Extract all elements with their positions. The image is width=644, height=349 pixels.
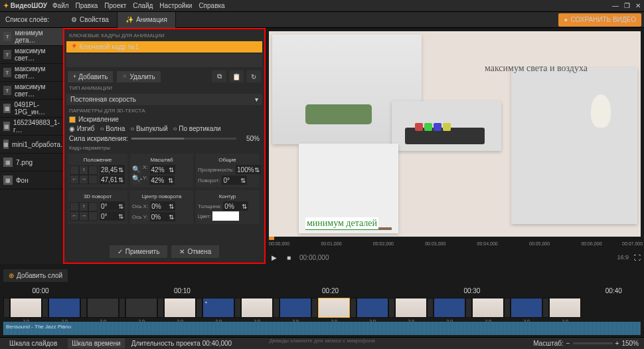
stop-button[interactable]: ■	[283, 252, 294, 263]
preview-canvas[interactable]: максимум света и воздуха минимум деталей	[269, 31, 641, 237]
pos-x-input[interactable]: 28,45⇅	[100, 165, 125, 174]
rot3d-x-input[interactable]: 0°⇅	[100, 201, 125, 211]
cancel-button[interactable]: ✕ Отмена	[171, 245, 219, 258]
slide-thumbnail[interactable]: 2.0	[395, 298, 427, 318]
transition[interactable]	[427, 298, 434, 318]
pos-y-input[interactable]: 47,61⇅	[100, 175, 125, 184]
image-icon: ▦	[3, 104, 11, 113]
layer-item[interactable]: Tмаксимум свет…	[0, 64, 63, 82]
layer-item[interactable]: ▦Фон	[0, 172, 63, 189]
tab-animation[interactable]: ✨Анимация	[118, 12, 176, 28]
rotation-input[interactable]: 0°⇅	[222, 175, 247, 185]
layer-item[interactable]: ▦7.png	[0, 154, 63, 172]
transition[interactable]	[350, 298, 357, 318]
layer-item[interactable]: ▦0491PL-1PG_ин…	[0, 100, 63, 118]
timeline-ruler[interactable]: 00:00 00:10 00:20 00:30 00:40	[0, 287, 644, 295]
zoom-in-icon[interactable]: 🔍+	[132, 166, 141, 175]
slide-thumbnail[interactable]: ✦2.0	[202, 298, 234, 318]
transition[interactable]	[388, 298, 395, 318]
menu-help[interactable]: Справка	[199, 2, 224, 9]
layer-item[interactable]: Tмаксимум свет…	[0, 82, 63, 100]
layer-item[interactable]: Tминимум дета…	[0, 28, 63, 46]
slide-thumbnail[interactable]: 2.0	[511, 298, 542, 318]
add-keyframe-button[interactable]: + Добавить	[68, 71, 113, 82]
thickness-input[interactable]: 0%⇅	[223, 201, 248, 211]
transition[interactable]	[42, 298, 48, 318]
opacity-input[interactable]: 100%⇅	[236, 165, 261, 174]
position-arrows[interactable]: ↑ ←→	[70, 166, 98, 184]
radio-vertical[interactable]: ○ По вертикали	[173, 125, 220, 132]
transition[interactable]	[504, 298, 511, 318]
audio-track[interactable]: Bensound - The Jazz Piano	[3, 322, 641, 335]
slide-thumbnail[interactable]: 2.0	[241, 298, 273, 318]
slide-thumbnail[interactable]: 2.0	[48, 298, 80, 318]
tab-properties[interactable]: ⚙Свойства	[63, 12, 118, 28]
transition[interactable]	[542, 298, 549, 318]
transition[interactable]	[465, 298, 472, 318]
slide-thumbnail[interactable]: 2.0	[318, 298, 350, 318]
paste-icon[interactable]: 📋	[229, 70, 244, 82]
radio-bend[interactable]: ◉ Изгиб	[69, 125, 95, 132]
animtype-dropdown[interactable]: Постоянная скорость▾	[66, 94, 262, 105]
maximize-icon[interactable]: ❐	[624, 2, 630, 9]
pivot-y-input[interactable]: 0%⇅	[150, 212, 175, 221]
rot3d-arrows[interactable]: ↑ ←→	[70, 202, 98, 221]
preview-ruler[interactable]: 00:00,000 00:01,000 00:02,000 00:03,000 …	[269, 240, 641, 250]
menu-slide[interactable]: Слайд	[133, 2, 153, 9]
delete-keyframe-button[interactable]: ✕ Удалить	[117, 71, 160, 82]
slide-thumbnail[interactable]: 2.0	[87, 298, 119, 318]
refresh-icon[interactable]: ↻	[246, 70, 261, 82]
play-button[interactable]: ▶	[269, 252, 280, 263]
zoom-slider[interactable]	[573, 342, 613, 344]
transition[interactable]	[234, 298, 241, 318]
transition[interactable]	[80, 298, 87, 318]
apply-button[interactable]: ✓ Применить	[110, 245, 168, 258]
minimize-icon[interactable]: —	[612, 2, 619, 9]
save-video-button[interactable]: ●СОХРАНИТЬ ВИДЕО	[558, 13, 641, 27]
transition[interactable]	[196, 298, 202, 318]
slide-thumbnail[interactable]: 2.0	[164, 298, 196, 318]
transition[interactable]	[3, 298, 10, 318]
rot3d-y-input[interactable]: 0°⇅	[100, 211, 125, 221]
scale-x-input[interactable]: 42%⇅	[150, 165, 175, 174]
menu-edit[interactable]: Правка	[76, 2, 98, 9]
zoom-out-icon[interactable]: 🔍-	[132, 175, 141, 184]
pivot-x-input[interactable]: 0%⇅	[150, 201, 175, 211]
aspect-ratio[interactable]: 16:9	[617, 254, 629, 261]
timeline-scale-tab[interactable]: Шкала времени	[68, 338, 124, 348]
keyframe-selected[interactable]: 📍 Ключевой кадр №1	[66, 41, 262, 53]
thumbnail-track[interactable]: 2.02.02.02.02.0✦2.02.02.02.02.02.02.02.0…	[0, 295, 644, 320]
slide-thumbnail[interactable]: 2.0	[125, 298, 157, 318]
menu-settings[interactable]: Настройки	[159, 2, 192, 9]
curvature-checkbox[interactable]	[69, 116, 76, 123]
transition[interactable]	[273, 298, 280, 318]
color-swatch[interactable]	[212, 211, 239, 221]
layer-item[interactable]: ▦mini1_обработа…	[0, 136, 63, 154]
slide-thumbnail[interactable]: 2.0	[472, 298, 504, 318]
fullscreen-icon[interactable]: ⛶	[634, 254, 641, 261]
radio-convex[interactable]: ○ Выпуклый	[130, 125, 167, 132]
slide-thumbnail[interactable]: 2.0	[280, 298, 311, 318]
menu-file[interactable]: Файл	[52, 2, 69, 9]
slides-scale-tab[interactable]: Шкала слайдов	[5, 338, 61, 348]
slide-thumbnail[interactable]: 2.0	[549, 298, 581, 318]
layer-item[interactable]: ▦1652349883_1-г…	[0, 118, 63, 136]
keyframe-track[interactable]	[66, 54, 262, 67]
add-layer-button[interactable]: ⊕ Добавить слой	[3, 269, 68, 282]
layer-item[interactable]: Tмаксимум свет…	[0, 46, 63, 64]
slide-thumbnail[interactable]: 2.0	[10, 298, 42, 318]
zoom-out-button[interactable]: −	[566, 340, 570, 347]
slide-thumbnail[interactable]: 2.0	[357, 298, 388, 318]
scale-y-input[interactable]: 42%⇅	[149, 175, 175, 185]
menu-project[interactable]: Проект	[104, 2, 126, 9]
slide-thumbnail[interactable]: 2.0	[434, 298, 465, 318]
curve-slider[interactable]	[131, 138, 236, 140]
transition[interactable]	[157, 298, 164, 318]
copy-icon[interactable]: ⧉	[212, 70, 226, 82]
transition[interactable]	[311, 298, 318, 318]
zoom-in-button[interactable]: +	[615, 340, 619, 347]
preview-text-selected[interactable]: минимум деталей	[305, 217, 378, 230]
radio-wave[interactable]: ○ Волна	[100, 125, 125, 132]
close-icon[interactable]: ✕	[635, 2, 641, 9]
transition[interactable]	[119, 298, 125, 318]
